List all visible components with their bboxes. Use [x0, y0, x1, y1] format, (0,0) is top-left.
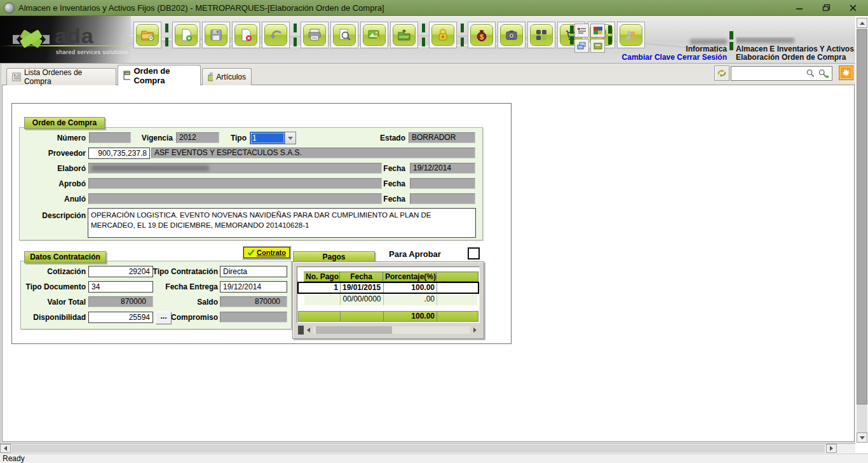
- scroll-left-button[interactable]: [0, 444, 11, 453]
- open-green-folder-button[interactable]: [390, 22, 418, 48]
- color-map-button[interactable]: [590, 24, 605, 38]
- save-button[interactable]: [202, 22, 230, 48]
- toolbar-separator: [165, 24, 168, 46]
- vigencia-label: Vigencia: [132, 133, 173, 143]
- pagos-total-row: 100.00: [298, 311, 478, 322]
- preview-button[interactable]: [330, 22, 358, 48]
- toolbar-separator: [294, 24, 297, 46]
- vertical-scrollbar: [857, 18, 867, 443]
- contrato-button[interactable]: Contrato: [242, 245, 291, 259]
- pagos-header-porcentaje[interactable]: Porcentaje(%): [383, 272, 437, 282]
- anulo-field: [88, 193, 382, 204]
- undo-button[interactable]: [262, 22, 290, 48]
- snapshot-button[interactable]: [498, 22, 526, 48]
- cascade-windows-button[interactable]: [574, 39, 589, 53]
- pagos-header-no[interactable]: No. Pago: [304, 272, 340, 282]
- orden-section-header: Orden de Compra: [24, 117, 105, 129]
- quick-search-input[interactable]: [731, 66, 832, 81]
- check-icon: [247, 249, 255, 256]
- tipo-selected-value: 1: [250, 132, 285, 144]
- pago-blank-cell: [437, 283, 478, 293]
- para-aprobar-checkbox[interactable]: [468, 247, 480, 259]
- cascade-windows-icon: [577, 42, 587, 50]
- restore-button[interactable]: [820, 2, 832, 13]
- pago-fecha-cell: 19/01/2015: [341, 283, 384, 293]
- preview-icon: [333, 24, 356, 46]
- screen-name: Elaboración Orden de Compra: [736, 53, 855, 62]
- list-view-button[interactable]: [574, 24, 589, 38]
- disponibilidad-browse-button[interactable]: ...: [156, 312, 172, 324]
- pago-no-cell: [304, 294, 341, 305]
- contrato-button-label: Contrato: [257, 249, 286, 256]
- disponibilidad-input[interactable]: 25594: [88, 312, 153, 323]
- window-title: Almacen e Inventarios y Activos Fijos (D…: [18, 3, 384, 13]
- proveedor-nombre-field: ASF EVENTOS Y ESPECTACULOS S.A.S.: [151, 148, 475, 158]
- toolbar-buttons: $: [133, 22, 645, 48]
- tab-articulos[interactable]: Artículos: [202, 68, 252, 85]
- export-image-button[interactable]: [360, 22, 388, 48]
- tipo-contratacion-input[interactable]: Directa: [220, 266, 287, 277]
- arrow-right-icon: [830, 446, 833, 451]
- estado-label: Estado: [361, 133, 405, 143]
- pago-no-cell: 1: [304, 283, 341, 293]
- logout-link[interactable]: Cerrar Sesión: [677, 53, 727, 62]
- scroll-right-button[interactable]: [470, 326, 480, 335]
- total-blank-cell: [298, 311, 341, 322]
- modules-button[interactable]: [527, 22, 555, 48]
- lock-button[interactable]: [429, 22, 457, 48]
- refresh-button[interactable]: [714, 66, 729, 81]
- new-document-button[interactable]: [172, 22, 200, 48]
- status-bar: Ready: [0, 453, 868, 463]
- aprobo-label: Aprobó: [19, 179, 86, 189]
- pagos-header-fecha[interactable]: Fecha: [340, 272, 383, 282]
- delete-document-button[interactable]: [232, 22, 260, 48]
- pagos-row-selected[interactable]: 1 19/01/2015 100.00: [297, 282, 479, 294]
- scroll-left-button[interactable]: [304, 326, 313, 335]
- scroll-up-button[interactable]: [857, 18, 867, 28]
- search-next-icon[interactable]: [818, 69, 829, 78]
- scroll-thumb[interactable]: [316, 326, 392, 334]
- pagos-row-empty[interactable]: 00/00/0000 .00: [298, 294, 478, 305]
- close-button[interactable]: [846, 2, 859, 13]
- fecha-anulo-label: Fecha: [362, 194, 405, 204]
- brand-tagline: shared services solutions: [56, 49, 128, 55]
- brand-name: ada: [55, 26, 94, 45]
- minimize-button[interactable]: [793, 2, 806, 13]
- horizontal-scroll-thumb[interactable]: [11, 445, 825, 453]
- change-password-link[interactable]: Cambiar Clave: [622, 53, 675, 62]
- cotizacion-label: Cotización: [10, 266, 86, 277]
- scroll-down-button[interactable]: [857, 432, 867, 443]
- tipo-documento-label: Tipo Documento: [10, 282, 86, 292]
- tab-orden-de-compra[interactable]: Orden de Compra: [118, 65, 201, 85]
- tab-label: Orden de Compra: [133, 66, 195, 85]
- tab-lista-ordenes[interactable]: Lista Ordenes de Compra: [6, 68, 116, 85]
- svg-text:$: $: [480, 33, 484, 41]
- favorites-button[interactable]: [839, 66, 853, 80]
- minimize-icon: [796, 4, 803, 11]
- scroll-track[interactable]: [313, 326, 470, 334]
- fecha-entrega-input[interactable]: 19/12/2014: [220, 281, 287, 293]
- proveedor-nit-input[interactable]: 900,735,237.8: [88, 148, 150, 159]
- grid-corner: [298, 326, 304, 335]
- redacted-elaboro-name: [92, 165, 209, 171]
- money-button[interactable]: $: [468, 22, 496, 48]
- arrow-down-icon: [860, 436, 865, 439]
- scroll-right-button[interactable]: [826, 444, 837, 453]
- open-green-folder-icon: [393, 24, 416, 46]
- refresh-icon: [717, 68, 727, 78]
- dropdown-arrow-button[interactable]: [285, 132, 295, 144]
- list-view-icon: [577, 27, 587, 34]
- open-folder-button[interactable]: [133, 22, 161, 48]
- undo-icon: [264, 24, 287, 46]
- tipo-dropdown[interactable]: 1: [250, 132, 296, 144]
- search-icon[interactable]: [806, 69, 815, 78]
- pagos-header-blank[interactable]: [437, 272, 478, 282]
- total-blank-cell: [341, 311, 384, 322]
- print-button[interactable]: [301, 22, 329, 48]
- pago-porcentaje-cell: .00: [384, 294, 437, 305]
- aprobo-field: [88, 178, 382, 189]
- vertical-scroll-thumb[interactable]: [857, 29, 867, 404]
- descripcion-textarea[interactable]: OPERACIÓN LOGISTICA. EVENTO NOVENAS NAVI…: [88, 208, 476, 238]
- arrow-left-icon: [4, 446, 7, 451]
- para-aprobar-label: Para Aprobar: [389, 249, 452, 259]
